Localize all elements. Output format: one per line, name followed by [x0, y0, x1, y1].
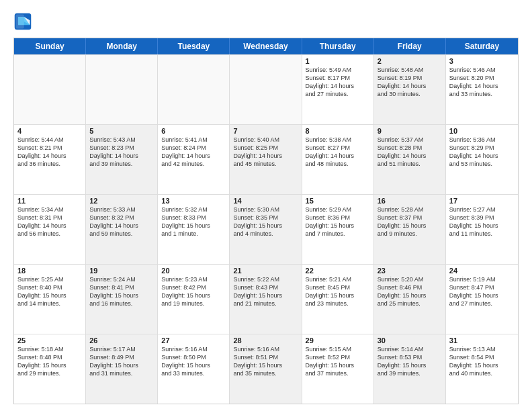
calendar-cell: 19Sunrise: 5:24 AM Sunset: 8:41 PM Dayli…: [86, 265, 158, 334]
day-number: 11: [17, 197, 82, 205]
cell-info: Sunrise: 5:22 AM Sunset: 8:43 PM Dayligh…: [233, 275, 298, 308]
day-number: 4: [17, 127, 82, 135]
calendar-cell: 4Sunrise: 5:44 AM Sunset: 8:21 PM Daylig…: [14, 125, 86, 194]
calendar-cell: 25Sunrise: 5:18 AM Sunset: 8:48 PM Dayli…: [14, 334, 86, 404]
day-number: 28: [233, 336, 298, 345]
calendar-cell: [230, 55, 302, 124]
logo-icon: [13, 12, 32, 31]
day-number: 29: [306, 336, 370, 345]
cell-info: Sunrise: 5:43 AM Sunset: 8:23 PM Dayligh…: [89, 136, 154, 169]
day-number: 17: [449, 197, 515, 205]
svg-rect-3: [16, 15, 24, 29]
cell-info: Sunrise: 5:25 AM Sunset: 8:40 PM Dayligh…: [17, 275, 82, 308]
day-number: 25: [17, 336, 82, 345]
cell-info: Sunrise: 5:49 AM Sunset: 8:17 PM Dayligh…: [306, 66, 370, 99]
cell-info: Sunrise: 5:18 AM Sunset: 8:48 PM Dayligh…: [17, 345, 82, 378]
calendar-cell: [158, 55, 230, 124]
cell-info: Sunrise: 5:30 AM Sunset: 8:35 PM Dayligh…: [233, 205, 298, 238]
calendar-cell: 8Sunrise: 5:38 AM Sunset: 8:27 PM Daylig…: [302, 125, 374, 194]
calendar-cell: 13Sunrise: 5:32 AM Sunset: 8:33 PM Dayli…: [158, 195, 230, 264]
cell-info: Sunrise: 5:32 AM Sunset: 8:33 PM Dayligh…: [161, 205, 226, 238]
calendar-cell: 14Sunrise: 5:30 AM Sunset: 8:35 PM Dayli…: [230, 195, 302, 264]
cell-info: Sunrise: 5:48 AM Sunset: 8:19 PM Dayligh…: [378, 66, 442, 99]
cell-info: Sunrise: 5:34 AM Sunset: 8:31 PM Dayligh…: [17, 205, 82, 238]
cell-info: Sunrise: 5:14 AM Sunset: 8:53 PM Dayligh…: [378, 345, 442, 378]
day-number: 13: [161, 197, 226, 205]
calendar-cell: [14, 55, 86, 124]
cell-info: Sunrise: 5:29 AM Sunset: 8:36 PM Dayligh…: [306, 205, 370, 238]
day-number: 12: [89, 197, 154, 205]
cell-info: Sunrise: 5:13 AM Sunset: 8:54 PM Dayligh…: [449, 345, 515, 378]
calendar-cell: 26Sunrise: 5:17 AM Sunset: 8:49 PM Dayli…: [86, 334, 158, 404]
calendar-cell: 27Sunrise: 5:16 AM Sunset: 8:50 PM Dayli…: [158, 334, 230, 404]
calendar-row: 25Sunrise: 5:18 AM Sunset: 8:48 PM Dayli…: [14, 334, 518, 404]
calendar-cell: 23Sunrise: 5:20 AM Sunset: 8:46 PM Dayli…: [374, 265, 446, 334]
cell-info: Sunrise: 5:40 AM Sunset: 8:25 PM Dayligh…: [233, 136, 298, 169]
calendar-row: 18Sunrise: 5:25 AM Sunset: 8:40 PM Dayli…: [14, 264, 518, 334]
day-number: 18: [17, 267, 82, 275]
cell-info: Sunrise: 5:27 AM Sunset: 8:39 PM Dayligh…: [449, 205, 515, 238]
calendar-cell: 11Sunrise: 5:34 AM Sunset: 8:31 PM Dayli…: [14, 195, 86, 264]
calendar-cell: 31Sunrise: 5:13 AM Sunset: 8:54 PM Dayli…: [446, 334, 518, 404]
day-number: 8: [306, 127, 370, 135]
cell-info: Sunrise: 5:28 AM Sunset: 8:37 PM Dayligh…: [378, 205, 442, 238]
calendar-cell: 3Sunrise: 5:46 AM Sunset: 8:20 PM Daylig…: [446, 55, 518, 124]
cell-info: Sunrise: 5:19 AM Sunset: 8:47 PM Dayligh…: [449, 275, 515, 308]
cell-info: Sunrise: 5:33 AM Sunset: 8:32 PM Dayligh…: [89, 205, 154, 238]
header: [13, 12, 519, 31]
day-number: 15: [306, 197, 370, 205]
calendar-cell: 6Sunrise: 5:41 AM Sunset: 8:24 PM Daylig…: [158, 125, 230, 194]
calendar-cell: 16Sunrise: 5:28 AM Sunset: 8:37 PM Dayli…: [374, 195, 446, 264]
calendar-row: 11Sunrise: 5:34 AM Sunset: 8:31 PM Dayli…: [14, 194, 518, 264]
calendar-cell: 20Sunrise: 5:23 AM Sunset: 8:42 PM Dayli…: [158, 265, 230, 334]
calendar-cell: 21Sunrise: 5:22 AM Sunset: 8:43 PM Dayli…: [230, 265, 302, 334]
calendar-row: 1Sunrise: 5:49 AM Sunset: 8:17 PM Daylig…: [14, 54, 518, 124]
day-number: 9: [378, 127, 442, 135]
day-number: 2: [378, 57, 442, 65]
calendar-cell: 29Sunrise: 5:15 AM Sunset: 8:52 PM Dayli…: [302, 334, 374, 404]
day-number: 5: [89, 127, 154, 135]
cell-info: Sunrise: 5:17 AM Sunset: 8:49 PM Dayligh…: [89, 345, 154, 378]
day-number: 14: [233, 197, 298, 205]
cell-info: Sunrise: 5:46 AM Sunset: 8:20 PM Dayligh…: [449, 66, 515, 99]
calendar-cell: [86, 55, 158, 124]
cell-info: Sunrise: 5:20 AM Sunset: 8:46 PM Dayligh…: [378, 275, 442, 308]
day-number: 10: [449, 127, 515, 135]
header-day-friday: Friday: [374, 38, 446, 54]
calendar: SundayMondayTuesdayWednesdayThursdayFrid…: [13, 38, 519, 404]
calendar-cell: 24Sunrise: 5:19 AM Sunset: 8:47 PM Dayli…: [446, 265, 518, 334]
day-number: 24: [449, 267, 515, 275]
day-number: 3: [449, 57, 515, 65]
day-number: 30: [378, 336, 442, 345]
calendar-cell: 12Sunrise: 5:33 AM Sunset: 8:32 PM Dayli…: [86, 195, 158, 264]
calendar-cell: 5Sunrise: 5:43 AM Sunset: 8:23 PM Daylig…: [86, 125, 158, 194]
day-number: 6: [161, 127, 226, 135]
calendar-cell: 28Sunrise: 5:16 AM Sunset: 8:51 PM Dayli…: [230, 334, 302, 404]
cell-info: Sunrise: 5:24 AM Sunset: 8:41 PM Dayligh…: [89, 275, 154, 308]
cell-info: Sunrise: 5:21 AM Sunset: 8:45 PM Dayligh…: [306, 275, 370, 308]
header-day-tuesday: Tuesday: [158, 38, 230, 54]
header-day-monday: Monday: [86, 38, 158, 54]
day-number: 27: [161, 336, 226, 345]
calendar-cell: 30Sunrise: 5:14 AM Sunset: 8:53 PM Dayli…: [374, 334, 446, 404]
day-number: 21: [233, 267, 298, 275]
day-number: 22: [306, 267, 370, 275]
header-day-wednesday: Wednesday: [230, 38, 302, 54]
cell-info: Sunrise: 5:16 AM Sunset: 8:50 PM Dayligh…: [161, 345, 226, 378]
cell-info: Sunrise: 5:16 AM Sunset: 8:51 PM Dayligh…: [233, 345, 298, 378]
page: SundayMondayTuesdayWednesdayThursdayFrid…: [0, 0, 532, 411]
header-day-sunday: Sunday: [14, 38, 86, 54]
day-number: 20: [161, 267, 226, 275]
calendar-cell: 18Sunrise: 5:25 AM Sunset: 8:40 PM Dayli…: [14, 265, 86, 334]
day-number: 23: [378, 267, 442, 275]
calendar-cell: 7Sunrise: 5:40 AM Sunset: 8:25 PM Daylig…: [230, 125, 302, 194]
cell-info: Sunrise: 5:38 AM Sunset: 8:27 PM Dayligh…: [306, 136, 370, 169]
cell-info: Sunrise: 5:44 AM Sunset: 8:21 PM Dayligh…: [17, 136, 82, 169]
calendar-cell: 17Sunrise: 5:27 AM Sunset: 8:39 PM Dayli…: [446, 195, 518, 264]
calendar-body: 1Sunrise: 5:49 AM Sunset: 8:17 PM Daylig…: [14, 54, 518, 404]
logo: [13, 12, 35, 31]
calendar-header: SundayMondayTuesdayWednesdayThursdayFrid…: [14, 38, 518, 54]
cell-info: Sunrise: 5:23 AM Sunset: 8:42 PM Dayligh…: [161, 275, 226, 308]
cell-info: Sunrise: 5:15 AM Sunset: 8:52 PM Dayligh…: [306, 345, 370, 378]
header-day-thursday: Thursday: [302, 38, 374, 54]
